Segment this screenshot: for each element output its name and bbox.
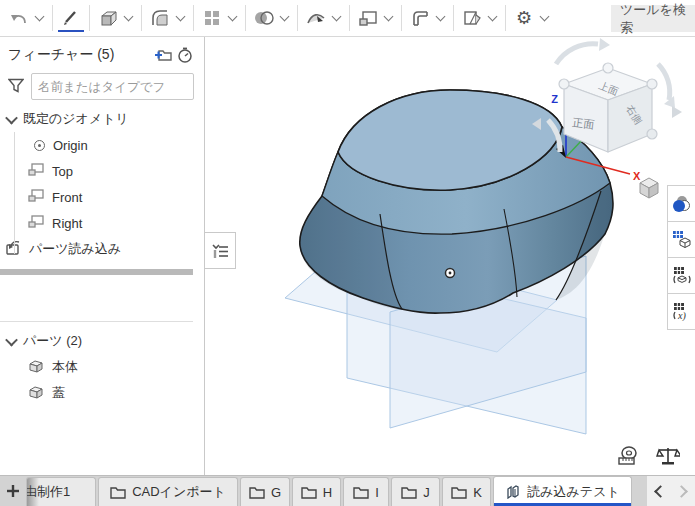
feature-list-panel: フィーチャー (5) 既定のジオメトリ Ori [0,37,205,475]
svg-text:x): x) [677,310,686,321]
part-item-lid[interactable]: 蓋 [0,380,204,406]
feature-import-parts[interactable]: パーツ読み込み [0,236,204,262]
history-button[interactable] [174,46,196,64]
toolbar-divider [505,5,506,31]
search-tools-placeholder: ツールを検索 [620,1,695,37]
settings-gear-button[interactable]: ⚙ [511,4,537,32]
scroll-tabs-left-button[interactable] [654,485,667,498]
extrude-button[interactable] [95,4,121,32]
pattern-button[interactable] [199,4,225,32]
filter-funnel-icon [8,78,24,96]
measure-button[interactable] [615,444,641,468]
export-button[interactable] [459,4,485,32]
tab-folder-k[interactable]: K [442,477,491,506]
loft-button[interactable] [303,4,329,32]
appearance-icon [673,196,691,212]
feature-toolbar: ⚙ ツールを検索 [0,0,695,37]
tree-node-top[interactable]: Top [0,158,204,184]
toolbar-divider [349,5,350,31]
variables-table-button[interactable]: x) [668,294,695,330]
fillet-dropdown[interactable] [173,5,188,31]
tab-scroll-controls [647,476,695,506]
tree-indent-guide [14,132,15,254]
boolean-dropdown[interactable] [277,5,292,31]
folder-icon [353,486,369,499]
part-item-body[interactable]: 本体 [0,354,204,380]
extrude-dropdown[interactable] [121,5,136,31]
feature-list-toggle-button[interactable] [205,232,236,269]
tab-folder-i[interactable]: I [343,477,389,506]
search-tools-box[interactable]: ツールを検索 [611,5,695,32]
parts-section-header[interactable]: パーツ (2) [0,328,204,354]
sketch-button[interactable] [58,4,84,32]
loft-dropdown[interactable] [329,5,344,31]
part-icon [28,359,44,376]
undo-dropdown[interactable] [32,5,47,31]
appearance-panel-button[interactable] [668,186,695,222]
folder-icon [451,486,467,499]
settings-gear-icon: ⚙ [516,9,532,27]
configured-features-button[interactable] [668,258,695,294]
view-orientation-cube-button[interactable] [636,175,662,201]
settings-dropdown[interactable] [537,5,552,31]
tab-cad-import[interactable]: CADインポート [98,477,238,506]
axis-z-label: Z [551,93,558,105]
measure-icon [615,445,641,467]
toolbar-divider [297,5,298,31]
folder-icon [249,486,265,499]
sheet-metal-dropdown[interactable] [433,5,448,31]
feature-list-icon [211,242,229,259]
tab-folder-j[interactable]: J [391,477,440,506]
feature-filter-input[interactable] [31,73,194,100]
folder-icon [401,486,417,499]
chevron-down-icon[interactable] [5,333,18,346]
scroll-tabs-right-button[interactable] [675,485,688,498]
sheet-metal-button[interactable] [407,4,433,32]
tab-import-test-active[interactable]: 読み込みテスト [493,476,632,506]
toolbar-divider [52,5,53,31]
add-tab-button[interactable] [0,476,26,506]
mass-properties-icon [656,445,680,467]
toolbar-divider [193,5,194,31]
plane-icon [28,163,44,179]
rotate-arrow-top-left-icon [556,44,598,64]
feature-list-title: フィーチャー (5) [8,46,152,64]
cube-icon [637,176,661,200]
tab-part-studio-1[interactable]: 自由制作1 [26,477,96,506]
origin-icon [34,140,45,151]
mass-properties-button[interactable] [655,444,681,468]
datum-plane-dropdown[interactable] [381,5,396,31]
tree-node-right[interactable]: Right [0,210,204,236]
boolean-button[interactable] [251,4,277,32]
tree-node-default-geometry[interactable]: 既定のジオメトリ [0,106,204,132]
chevron-down-icon[interactable] [5,111,18,124]
part-icon [28,385,44,402]
folder-icon [110,486,126,499]
document-tab-bar: 自由制作1 CADインポート G H I J [0,475,695,506]
plane-icon [28,189,44,205]
plus-icon [6,484,20,498]
right-panel-strip: x) [667,185,695,330]
tab-folder-h[interactable]: H [292,477,341,506]
variables-table-icon: x) [672,302,692,321]
datum-plane-button[interactable] [355,4,381,32]
pattern-dropdown[interactable] [225,5,240,31]
export-dropdown[interactable] [485,5,500,31]
fillet-button[interactable] [147,4,173,32]
configuration-table-button[interactable] [668,222,695,258]
analysis-toolbar [615,444,681,468]
plane-icon [28,215,44,231]
onshape-part-studio-window: Z Y X 上面 正面 右側 [0,0,695,506]
configuration-table-icon [672,230,692,249]
rollback-bar[interactable] [0,269,193,275]
sidebar-divider [0,321,193,322]
origin-marker-dot [449,272,452,275]
tree-node-front[interactable]: Front [0,184,204,210]
folder-icon [301,486,317,499]
toolbar-divider [89,5,90,31]
tree-node-origin[interactable]: Origin [0,132,204,158]
add-folder-button[interactable] [152,46,174,64]
undo-button[interactable] [6,4,32,32]
tab-folder-g[interactable]: G [240,477,290,506]
part-studio-icon [505,484,521,499]
